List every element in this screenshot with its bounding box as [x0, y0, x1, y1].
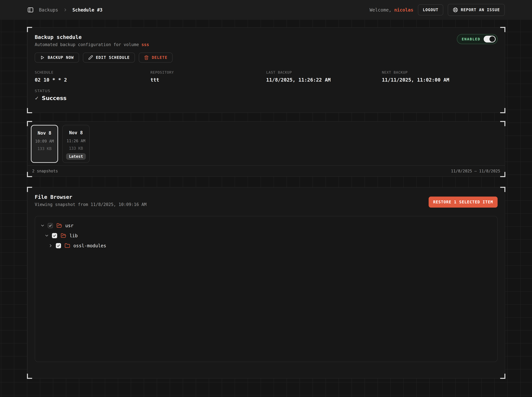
field-next-backup: NEXT BACKUP 11/11/2025, 11:02:00 AM: [382, 70, 498, 83]
field-repository: REPOSITORY ttt: [151, 70, 266, 83]
field-label: LAST BACKUP: [266, 70, 382, 74]
snapshot-date: Nov 8: [32, 130, 57, 136]
username: nicolas: [394, 7, 413, 13]
field-label: NEXT BACKUP: [382, 70, 498, 74]
snapshot-timeline: Nov 8 10:09 AM 133 KB Nov 8 11:26 AM 133…: [28, 122, 505, 166]
corner-bracket: [27, 27, 32, 32]
chevron-down-icon[interactable]: [44, 233, 49, 238]
snapshot-time: 10:09 AM: [32, 139, 57, 143]
edit-schedule-button[interactable]: EDIT SCHEDULE: [83, 53, 135, 62]
snapshots-footer: 2 snapshots 11/8/2025 – 11/8/2025: [28, 165, 505, 176]
field-schedule: SCHEDULE 02 10 * * 2: [35, 70, 151, 83]
panel-title: Backup schedule: [35, 34, 149, 40]
checkbox-checked[interactable]: [56, 243, 61, 248]
pencil-icon: [88, 55, 93, 60]
tree-row-ossl-modules[interactable]: ossl-modules: [40, 241, 492, 251]
check-icon: ✓: [35, 95, 39, 101]
edit-schedule-label: EDIT SCHEDULE: [96, 55, 130, 60]
field-value: ttt: [151, 77, 266, 83]
snapshot-count: 2 snapshots: [32, 169, 58, 173]
checkbox-checked[interactable]: [48, 223, 53, 228]
chevron-down-icon[interactable]: [40, 223, 45, 228]
file-browser-subtitle: Viewing snapshot from 11/8/2025, 10:09:1…: [35, 202, 146, 207]
welcome-text: Welcome, nicolas: [370, 7, 413, 13]
folder-open-icon: [57, 223, 62, 228]
snapshot-card[interactable]: Nov 8 11:26 AM 133 KB Latest: [62, 125, 89, 163]
field-label: REPOSITORY: [151, 70, 266, 74]
breadcrumb-chevron-icon: [63, 8, 67, 12]
status-block: STATUS ✓ Success: [35, 89, 498, 101]
file-tree: usr lib: [35, 216, 498, 362]
report-issue-icon: [453, 7, 458, 13]
field-value: 11/8/2025, 11:26:22 AM: [266, 77, 382, 83]
corner-bracket: [27, 108, 32, 113]
backup-schedule-panel: Backup schedule Automated backup configu…: [27, 27, 505, 113]
delete-label: DELETE: [152, 55, 167, 60]
corner-bracket: [500, 187, 505, 192]
panel-subtitle: Automated backup configuration for volum…: [35, 42, 149, 47]
field-label: SCHEDULE: [35, 70, 151, 74]
tree-row-lib[interactable]: lib: [40, 231, 492, 241]
file-browser-panel: File Browser Viewing snapshot from 11/8/…: [27, 187, 505, 378]
snapshot-date-range: 11/8/2025 – 11/8/2025: [451, 169, 500, 173]
tree-item-label[interactable]: lib: [70, 233, 78, 238]
enabled-toggle-label: ENABLED: [462, 37, 480, 41]
breadcrumb-page-title: Schedule #3: [72, 7, 102, 13]
enabled-toggle[interactable]: ENABLED: [457, 34, 498, 44]
snapshot-date: Nov 8: [63, 130, 89, 135]
delete-button[interactable]: DELETE: [139, 53, 172, 62]
report-issue-button[interactable]: REPORT AN ISSUE: [448, 4, 505, 16]
status-text: Success: [42, 95, 67, 101]
tree-row-usr[interactable]: usr: [40, 221, 492, 231]
breadcrumb: Backups Schedule #3: [27, 7, 102, 13]
checkbox-checked[interactable]: [52, 233, 57, 238]
status-label: STATUS: [35, 89, 498, 93]
snapshot-time: 11:26 AM: [63, 139, 89, 143]
play-icon: [40, 55, 45, 60]
snapshot-size: 133 KB: [63, 146, 89, 151]
topbar: Backups Schedule #3 Welcome, nicolas LOG…: [0, 0, 532, 20]
snapshot-size: 133 KB: [32, 146, 57, 151]
latest-badge: Latest: [66, 153, 86, 160]
logout-label: LOGOUT: [423, 8, 438, 12]
file-browser-title: File Browser: [35, 194, 146, 200]
restore-button[interactable]: RESTORE 1 SELECTED ITEM: [429, 197, 498, 208]
corner-bracket: [500, 108, 505, 113]
schedule-fields: SCHEDULE 02 10 * * 2 REPOSITORY ttt LAST…: [35, 70, 498, 83]
backup-now-label: BACKUP NOW: [48, 55, 74, 60]
breadcrumb-section[interactable]: Backups: [39, 7, 58, 13]
field-value: 02 10 * * 2: [35, 77, 151, 83]
snapshots-panel: Nov 8 10:09 AM 133 KB Nov 8 11:26 AM 133…: [27, 121, 505, 177]
chevron-right-icon[interactable]: [48, 243, 53, 248]
corner-bracket: [27, 187, 32, 192]
corner-bracket: [500, 27, 505, 32]
report-issue-label: REPORT AN ISSUE: [461, 8, 500, 12]
backup-now-button[interactable]: BACKUP NOW: [35, 53, 79, 62]
tree-item-label[interactable]: usr: [65, 223, 74, 228]
volume-name: sss: [141, 42, 149, 47]
folder-open-icon: [61, 233, 66, 238]
field-last-backup: LAST BACKUP 11/8/2025, 11:26:22 AM: [266, 70, 382, 83]
trash-icon: [144, 55, 149, 60]
snapshot-card-selected[interactable]: Nov 8 10:09 AM 133 KB: [31, 125, 58, 163]
corner-bracket: [500, 374, 505, 379]
sidebar-toggle-icon[interactable]: [27, 7, 34, 13]
folder-closed-icon: [65, 243, 70, 248]
field-value: 11/11/2025, 11:02:00 AM: [382, 77, 498, 83]
status-badge: ✓ Success: [35, 95, 498, 101]
toggle-switch-icon: [484, 36, 496, 43]
tree-item-label[interactable]: ossl-modules: [73, 243, 106, 248]
logout-button[interactable]: LOGOUT: [418, 4, 443, 15]
corner-bracket: [27, 374, 32, 379]
